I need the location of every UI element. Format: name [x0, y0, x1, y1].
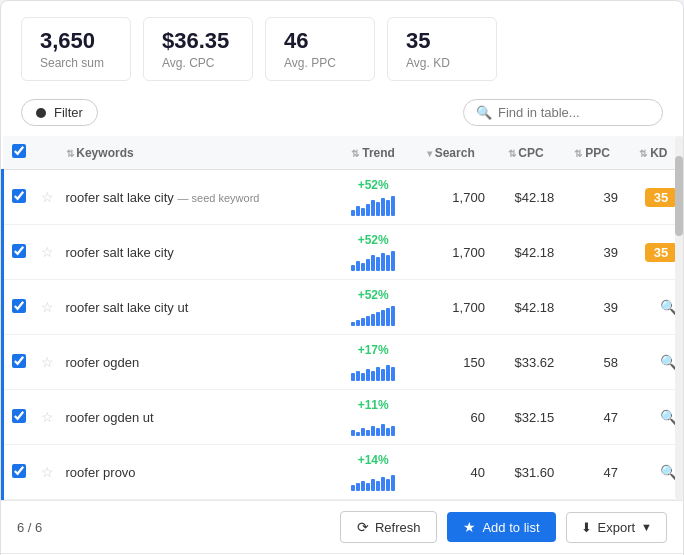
- row-trend-cell: +17%: [336, 335, 411, 390]
- trend-bar: [361, 373, 365, 381]
- table-row: ☆ roofer ogden +17% 150 $33.62 58 🔍: [3, 335, 684, 390]
- trend-bar: [376, 367, 380, 381]
- row-trend-cell: +52%: [336, 280, 411, 335]
- trend-bar: [366, 369, 370, 381]
- row-checkbox[interactable]: [12, 244, 26, 258]
- refresh-icon: ⟳: [357, 519, 369, 535]
- trend-bar: [361, 263, 365, 271]
- stat-value: 35: [406, 28, 478, 54]
- trend-chart: [342, 469, 405, 491]
- trend-bar: [351, 485, 355, 491]
- trend-bar: [356, 371, 360, 381]
- kd-badge: 35: [645, 243, 677, 262]
- trend-bar: [371, 314, 375, 326]
- row-keyword-cell: roofer ogden ut: [60, 390, 336, 445]
- refresh-button[interactable]: ⟳ Refresh: [340, 511, 438, 543]
- row-star-cell[interactable]: ☆: [35, 170, 60, 225]
- table-row: ☆ roofer provo +14% 40 $31.60 47 🔍: [3, 445, 684, 500]
- trend-pct: +11%: [342, 398, 405, 412]
- page-sep: /: [28, 520, 35, 535]
- trend-bar: [376, 202, 380, 216]
- trend-bar: [356, 206, 360, 216]
- keyword-text: roofer provo: [66, 465, 136, 480]
- star-icon: ☆: [41, 244, 54, 260]
- trend-bar: [381, 253, 385, 271]
- trend-bar: [391, 426, 395, 436]
- export-icon: ⬇: [581, 520, 592, 535]
- action-buttons: ⟳ Refresh ★ Add to list ⬇ Export ▼: [340, 511, 667, 543]
- toolbar: Filter 🔍: [1, 93, 683, 136]
- row-checkbox[interactable]: [12, 189, 26, 203]
- table-row: ☆ roofer salt lake city ut +52% 1,700 $4…: [3, 280, 684, 335]
- trend-bar: [381, 310, 385, 326]
- star-icon: ☆: [41, 189, 54, 205]
- row-checkbox[interactable]: [12, 299, 26, 313]
- table-row: ☆ roofer ogden ut +11% 60 $32.15 47 🔍: [3, 390, 684, 445]
- page-total: 6: [35, 520, 42, 535]
- row-star-cell[interactable]: ☆: [35, 390, 60, 445]
- row-checkbox-cell[interactable]: [3, 225, 35, 280]
- star-icon: ☆: [41, 464, 54, 480]
- row-star-cell[interactable]: ☆: [35, 445, 60, 500]
- row-checkbox-cell[interactable]: [3, 280, 35, 335]
- sort-arrows-kd: ⇅: [639, 148, 650, 159]
- row-ppc-cell: 47: [560, 390, 624, 445]
- row-star-cell[interactable]: ☆: [35, 280, 60, 335]
- stat-card: 46 Avg. PPC: [265, 17, 375, 81]
- filter-button[interactable]: Filter: [21, 99, 98, 126]
- page-current: 6: [17, 520, 24, 535]
- scrollbar-track[interactable]: [675, 136, 683, 500]
- row-checkbox[interactable]: [12, 464, 26, 478]
- trend-bar: [391, 367, 395, 381]
- row-search-cell: 1,700: [411, 170, 491, 225]
- trend-bar: [371, 200, 375, 216]
- scrollbar-thumb[interactable]: [675, 156, 683, 236]
- trend-bar: [366, 259, 370, 271]
- row-star-cell[interactable]: ☆: [35, 225, 60, 280]
- search-box: 🔍: [463, 99, 663, 126]
- row-cpc-cell: $42.18: [491, 280, 560, 335]
- trend-bar: [381, 369, 385, 381]
- sort-arrows-keywords: ⇅: [66, 148, 77, 159]
- trend-bar: [366, 483, 370, 491]
- row-checkbox-cell[interactable]: [3, 390, 35, 445]
- row-star-cell[interactable]: ☆: [35, 335, 60, 390]
- refresh-label: Refresh: [375, 520, 421, 535]
- trend-bar: [351, 265, 355, 271]
- row-keyword-cell: roofer salt lake city: [60, 225, 336, 280]
- select-all-checkbox[interactable]: [12, 144, 26, 158]
- row-checkbox[interactable]: [12, 354, 26, 368]
- keyword-text: roofer salt lake city: [66, 190, 174, 205]
- row-trend-cell: +52%: [336, 170, 411, 225]
- row-ppc-cell: 39: [560, 170, 624, 225]
- trend-chart: [342, 249, 405, 271]
- row-checkbox-cell[interactable]: [3, 170, 35, 225]
- trend-bar: [351, 373, 355, 381]
- row-search-cell: 40: [411, 445, 491, 500]
- row-trend-cell: +52%: [336, 225, 411, 280]
- row-cpc-cell: $33.62: [491, 335, 560, 390]
- trend-bar: [361, 208, 365, 216]
- search-input[interactable]: [498, 105, 638, 120]
- col-header-kd: KD: [650, 146, 667, 160]
- sort-arrows-ppc: ⇅: [574, 148, 585, 159]
- row-keyword-cell: roofer ogden: [60, 335, 336, 390]
- row-trend-cell: +14%: [336, 445, 411, 500]
- row-checkbox-cell[interactable]: [3, 445, 35, 500]
- add-to-list-button[interactable]: ★ Add to list: [447, 512, 555, 542]
- keyword-text: roofer salt lake city ut: [66, 300, 189, 315]
- trend-pct: +52%: [342, 178, 405, 192]
- trend-bar: [351, 430, 355, 436]
- stat-value: 46: [284, 28, 356, 54]
- export-button[interactable]: ⬇ Export ▼: [566, 512, 667, 543]
- trend-pct: +52%: [342, 233, 405, 247]
- trend-bar: [371, 479, 375, 491]
- row-checkbox-cell[interactable]: [3, 335, 35, 390]
- col-header-keywords: Keywords: [76, 146, 133, 160]
- trend-bar: [351, 210, 355, 216]
- pagination-info: 6 / 6: [17, 520, 42, 535]
- row-checkbox[interactable]: [12, 409, 26, 423]
- col-header-ppc: PPC: [585, 146, 610, 160]
- export-label: Export: [598, 520, 636, 535]
- trend-bar: [361, 428, 365, 436]
